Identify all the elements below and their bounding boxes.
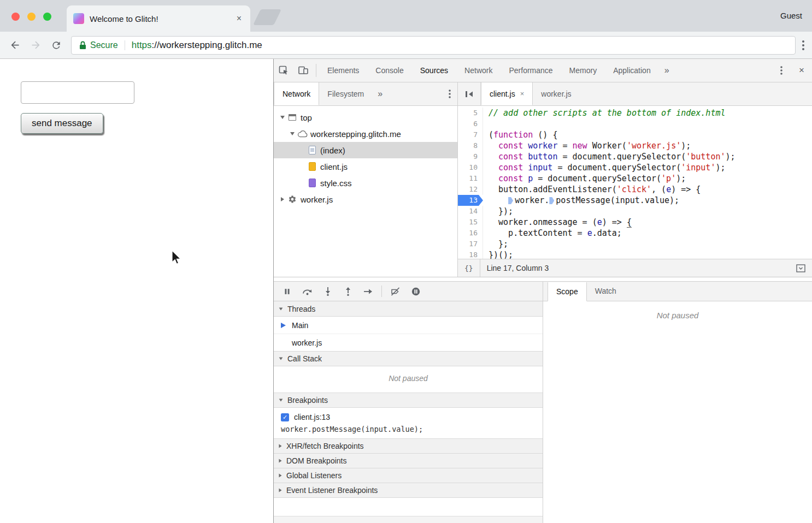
- editor-tab-client-js[interactable]: client.js×: [481, 82, 533, 105]
- address-bar[interactable]: Secure https://workerstepping.glitch.me: [71, 36, 796, 55]
- breakpoint-source: worker.postMessage(input.value);: [274, 424, 543, 439]
- browser-toolbar: Secure https://workerstepping.glitch.me: [0, 32, 812, 59]
- thread-main[interactable]: Main: [274, 317, 543, 334]
- tree-item-label: (index): [320, 146, 345, 155]
- code-line-13: 13 worker.postMessage(input.value);: [458, 195, 812, 206]
- window-minimize-button[interactable]: [27, 13, 36, 21]
- tab-watch[interactable]: Watch: [587, 282, 625, 301]
- more-panels-icon[interactable]: »: [659, 66, 675, 75]
- code-line-15: 15 worker.onmessage = (e) => {: [458, 217, 812, 228]
- tab-scope[interactable]: Scope: [548, 282, 587, 301]
- debugger-toolbar: [274, 282, 543, 301]
- inline-breakpoint-icon[interactable]: [549, 197, 554, 204]
- mouse-cursor-icon: [172, 250, 182, 265]
- pause-button[interactable]: [277, 282, 297, 301]
- device-toolbar-button[interactable]: [293, 59, 313, 82]
- browser-tab[interactable]: Welcome to Glitch! ×: [67, 5, 250, 32]
- step-over-button[interactable]: [297, 282, 317, 301]
- toggle-navigator-button[interactable]: [458, 82, 481, 105]
- line-number[interactable]: 7: [458, 129, 483, 140]
- url-host: ://workerstepping.glitch.me: [152, 40, 262, 50]
- breakpoint-marker[interactable]: 13: [458, 195, 483, 206]
- devtools-tab-network[interactable]: Network: [456, 59, 501, 82]
- new-tab-button[interactable]: [253, 9, 281, 25]
- tree-item-style-css[interactable]: style.css: [274, 175, 457, 191]
- chevron-down-icon[interactable]: [288, 132, 297, 135]
- chevron-right-icon[interactable]: [278, 197, 287, 201]
- section-event-listener-breakpoints[interactable]: Event Listener Breakpoints: [274, 483, 543, 498]
- tree-item-worker-js[interactable]: worker.js: [274, 191, 457, 207]
- devtools-tab-performance[interactable]: Performance: [501, 59, 561, 82]
- line-number[interactable]: 8: [458, 140, 483, 151]
- step-button[interactable]: [358, 282, 378, 301]
- tree-item-workerstepping-glitch-me[interactable]: workerstepping.glitch.me: [274, 126, 457, 142]
- pause-on-exceptions-button[interactable]: [405, 282, 426, 301]
- line-number[interactable]: 10: [458, 162, 483, 173]
- devtools-tab-application[interactable]: Application: [605, 59, 659, 82]
- line-number[interactable]: 9: [458, 151, 483, 162]
- code-line-7: 7(function () {: [458, 129, 812, 140]
- tree-item-top[interactable]: top: [274, 109, 457, 126]
- forward-button[interactable]: [25, 35, 46, 56]
- debugger-sidebar: ThreadsMainworker.jsCall StackNot paused…: [274, 282, 543, 523]
- line-number[interactable]: 14: [458, 206, 483, 217]
- step-out-button[interactable]: [338, 282, 358, 301]
- more-tabs-icon[interactable]: »: [372, 89, 388, 99]
- section-call-stack[interactable]: Call Stack: [274, 351, 543, 366]
- back-button[interactable]: [4, 35, 25, 56]
- section-global-listeners[interactable]: Global Listeners: [274, 468, 543, 483]
- toggle-drawer-button[interactable]: [796, 264, 805, 272]
- window-zoom-button[interactable]: [43, 13, 51, 21]
- deactivate-breakpoints-button[interactable]: [385, 282, 405, 301]
- devtools-tab-elements[interactable]: Elements: [319, 59, 367, 82]
- line-number[interactable]: 17: [458, 239, 483, 249]
- line-number[interactable]: 12: [458, 184, 483, 195]
- chevron-down-icon[interactable]: [278, 116, 287, 119]
- devtools-tab-console[interactable]: Console: [367, 59, 411, 82]
- inspect-element-button[interactable]: [274, 59, 293, 82]
- line-number[interactable]: 11: [458, 173, 483, 184]
- section-threads[interactable]: Threads: [274, 301, 543, 317]
- browser-menu-button[interactable]: [802, 40, 804, 50]
- code-line-18: 18})();: [458, 249, 812, 259]
- section-dom-breakpoints[interactable]: DOM Breakpoints: [274, 453, 543, 468]
- editor-status-bar: {} Line 17, Column 3: [458, 259, 812, 277]
- breakpoint-entry[interactable]: ✓client.js:13: [274, 408, 543, 424]
- line-number[interactable]: 18: [458, 249, 483, 259]
- tree-item-index[interactable]: (index): [274, 142, 457, 158]
- devtools-menu-button[interactable]: [772, 59, 791, 82]
- reload-button[interactable]: [46, 35, 67, 56]
- horizontal-scrollbar[interactable]: [274, 516, 543, 523]
- gear-icon: [287, 195, 298, 204]
- tab-close-icon[interactable]: ×: [520, 82, 525, 105]
- section-breakpoints[interactable]: Breakpoints: [274, 393, 543, 408]
- inline-breakpoint-icon[interactable]: [508, 197, 513, 204]
- pretty-print-button[interactable]: {}: [458, 259, 480, 277]
- line-number[interactable]: 15: [458, 217, 483, 228]
- browser-tab-title: Welcome to Glitch!: [90, 14, 158, 23]
- navigator-tab-network[interactable]: Network: [274, 82, 319, 105]
- section-title: Threads: [287, 305, 315, 313]
- devtools-tab-memory[interactable]: Memory: [561, 59, 605, 82]
- horizontal-splitter[interactable]: [274, 277, 812, 281]
- thread-worker-js[interactable]: worker.js: [274, 334, 543, 352]
- breakpoint-checkbox[interactable]: ✓: [281, 413, 289, 421]
- section-xhr-fetch-breakpoints[interactable]: XHR/fetch Breakpoints: [274, 438, 543, 454]
- editor-tab-worker-js[interactable]: worker.js: [533, 82, 579, 105]
- line-number[interactable]: 6: [458, 118, 483, 129]
- step-into-button[interactable]: [317, 282, 338, 301]
- navigator-menu-button[interactable]: [442, 90, 457, 98]
- code-line-12: 12 button.addEventListener('click', (e) …: [458, 184, 812, 195]
- devtools-tab-sources[interactable]: Sources: [412, 59, 456, 82]
- code-editor[interactable]: 5// add other scripts at the bottom of i…: [458, 106, 812, 259]
- line-number[interactable]: 16: [458, 228, 483, 239]
- tree-item-client-js[interactable]: client.js: [274, 158, 457, 175]
- breakpoint-label: client.js:13: [294, 413, 330, 421]
- window-close-button[interactable]: [11, 13, 20, 21]
- navigator-tab-filesystem[interactable]: Filesystem: [319, 82, 372, 105]
- devtools-close-icon[interactable]: ×: [791, 65, 812, 76]
- line-number[interactable]: 5: [458, 108, 483, 118]
- send-message-button[interactable]: send message: [21, 113, 103, 134]
- tab-close-icon[interactable]: ×: [234, 13, 244, 25]
- message-input[interactable]: [21, 81, 134, 104]
